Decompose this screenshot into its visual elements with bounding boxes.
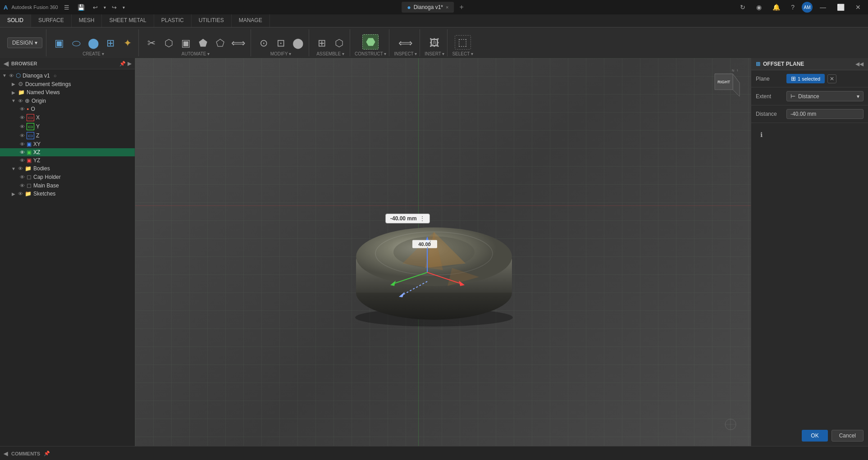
expand-origin[interactable]: ▼ [11,98,16,104]
viewport[interactable]: 40.00 [135,58,751,446]
tree-item-cap-holder[interactable]: 👁 ◻ Cap Holder [0,173,135,181]
eye-xy[interactable]: 👁 [20,141,25,147]
eye-sketches[interactable]: 👁 [18,191,23,196]
eye-x[interactable]: 👁 [20,115,25,120]
construct-plane-btn[interactable]: ⬣ [362,34,379,50]
modify-scale-btn[interactable]: ⬤ [290,37,306,50]
browser-expand-icon[interactable]: ▶ [128,61,131,67]
tab-close[interactable]: × [446,5,448,10]
inspect-measure-btn[interactable]: ⟺ [396,37,415,50]
new-btn[interactable]: ☰ [62,3,72,12]
automate-combine-btn[interactable]: ▣ [178,37,194,50]
undo-dropdown[interactable]: ▾ [104,5,106,10]
automate-cut-btn[interactable]: ✂ [143,37,160,50]
tree-item-main-base[interactable]: 👁 ◻ Main Base [0,181,135,190]
eye-yz[interactable]: 👁 [20,158,25,163]
add-tab-btn[interactable]: + [457,3,466,11]
tree-item-pt-z[interactable]: 👁 ▭ Z [0,131,135,140]
titlebar-notifications-btn[interactable]: 🔔 [769,2,784,13]
select-btn[interactable]: ⬚ [455,35,471,50]
tree-item-bodies[interactable]: ▼ 👁 📁 Bodies [0,164,135,173]
tree-item-pt-y[interactable]: 👁 ▭ Y [0,122,135,131]
redo-dropdown[interactable]: ▾ [123,5,125,10]
dianoga-activate-icon[interactable]: ○ [54,73,57,78]
automate-thicken-btn[interactable]: ⬟ [195,37,211,50]
tab-sheet-metal[interactable]: SHEET METAL [102,14,154,27]
automate-mirror-btn[interactable]: ⟺ [229,37,248,50]
save-btn[interactable]: 💾 [75,3,87,12]
tree-item-named-views[interactable]: ▶ 📁 Named Views [0,88,135,96]
tree-item-plane-yz[interactable]: 👁 ▣ YZ [0,156,135,164]
titlebar-refresh-btn[interactable]: ↻ [736,2,749,13]
expand-named-views[interactable]: ▶ [11,90,16,95]
cancel-btn[interactable]: Cancel [831,430,863,442]
dim-menu-btn[interactable]: ⋮ [420,215,425,222]
tab-utilities[interactable]: UTILITIES [192,14,232,27]
expand-doc[interactable]: ▶ [11,82,16,87]
dim-tooltip[interactable]: -40.00 mm ⋮ [385,214,430,223]
expand-dianoga[interactable]: ▼ [2,73,7,78]
eye-o[interactable]: 👁 [20,106,25,112]
extent-value[interactable]: ⊢ Distance ▾ [786,91,863,101]
browser-pin-icon[interactable]: 📌 [119,61,126,67]
tree-item-origin[interactable]: ▼ 👁 ⊕ Origin [0,96,135,105]
tree-item-plane-xy[interactable]: 👁 ▣ XY [0,140,135,148]
titlebar-user-btn[interactable]: AM [802,2,813,13]
clear-selection-btn[interactable]: ✕ [827,74,836,83]
expand-sketches[interactable]: ▶ [11,191,16,196]
assemble-joint-btn[interactable]: ⊞ [314,37,330,50]
nav-cube[interactable]: RIGHT ↑ N [706,67,742,103]
create-extrude-btn[interactable]: ⊞ [102,37,119,50]
titlebar-online-btn[interactable]: ◉ [753,2,765,13]
eye-mb[interactable]: 👁 [20,183,25,188]
create-cylinder-btn[interactable]: ⬭ [68,37,84,50]
tab-solid[interactable]: SOLID [0,14,31,27]
distance-value[interactable] [786,109,863,119]
eye-z[interactable]: 👁 [20,133,25,138]
tree-item-sketches[interactable]: ▶ 👁 📁 Sketches [0,190,135,198]
redo-btn[interactable]: ↪ [110,3,119,12]
maximize-btn[interactable]: ⬜ [833,2,848,13]
panel-expand-btn[interactable]: ◀◀ [855,61,863,67]
automate-boundary-btn[interactable]: ⬠ [212,37,228,50]
tree-item-pt-x[interactable]: 👁 ▭ X [0,113,135,122]
expand-bodies[interactable]: ▼ [11,166,16,171]
ok-btn[interactable]: OK [802,430,827,442]
tree-item-pt-o[interactable]: 👁 ● O [0,105,135,113]
minimize-btn[interactable]: — [816,2,830,13]
eye-cap[interactable]: 👁 [20,174,25,180]
titlebar-help-btn[interactable]: ? [787,2,798,13]
eye-bodies[interactable]: 👁 [18,166,23,171]
undo-btn[interactable]: ↩ [91,3,100,12]
eye-dianoga[interactable]: 👁 [9,73,14,78]
tab-mesh[interactable]: MESH [72,14,102,27]
viewport-canvas[interactable]: 40.00 [135,58,751,446]
eye-origin[interactable]: 👁 [18,98,23,104]
close-btn[interactable]: ✕ [852,2,864,13]
tab-manage[interactable]: MANAGE [232,14,270,27]
comments-collapse-icon[interactable]: ◀ [4,451,8,457]
active-tab[interactable]: ● Dianoga v1* × [402,2,454,13]
modify-fillet-btn[interactable]: ⊙ [256,37,272,50]
create-more-btn[interactable]: ✦ [119,37,136,50]
tab-plastic[interactable]: PLASTIC [154,14,192,27]
create-sphere-btn[interactable]: ⬤ [85,37,101,50]
automate-shell-btn[interactable]: ⬡ [160,37,177,50]
eye-xz[interactable]: 👁 [20,150,25,155]
tree-item-dianoga[interactable]: ▼ 👁 ⬡ Dianoga v1 ○ [0,71,135,80]
modify-chamfer-btn[interactable]: ⊡ [273,37,289,50]
selected-badge[interactable]: ⊞ 1 selected [786,74,825,83]
browser-collapse-icon[interactable]: ◀ [4,60,9,67]
eye-y[interactable]: 👁 [20,124,25,129]
tree-item-plane-xz[interactable]: 👁 ▣ XZ [0,148,135,156]
extent-dropdown[interactable]: ⊢ Distance ▾ [786,91,863,101]
nav-cube-svg[interactable]: RIGHT ↑ N [706,67,742,103]
create-box-btn[interactable]: ▣ [51,37,67,50]
design-btn[interactable]: DESIGN ▾ [7,37,42,48]
tree-item-doc-settings[interactable]: ▶ ⚙ Document Settings [0,80,135,88]
assemble-motion-btn[interactable]: ⬡ [331,37,347,50]
distance-input[interactable] [786,109,863,119]
tab-surface[interactable]: SURFACE [31,14,72,27]
insert-image-btn[interactable]: 🖼 [426,37,443,50]
comments-pin-icon[interactable]: 📌 [44,451,50,456]
